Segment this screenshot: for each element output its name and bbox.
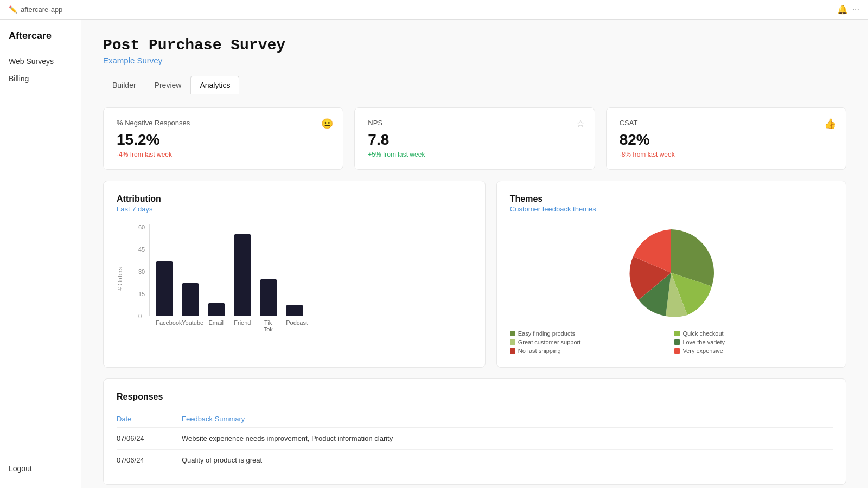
legend-quick-checkout: Quick checkout <box>674 330 833 337</box>
y-tick: 15 <box>138 291 145 297</box>
tab-analytics[interactable]: Analytics <box>190 76 239 94</box>
bell-icon[interactable]: 🔔 <box>837 4 848 15</box>
tabs-container: Builder Preview Analytics <box>103 76 846 94</box>
topbar-icons: 🔔 ··· <box>837 4 859 15</box>
main-content: Post Purchase Survey Example Survey Buil… <box>81 20 868 488</box>
themes-legend: Easy finding products Quick checkout Gre… <box>510 330 833 354</box>
legend-dot <box>510 331 515 336</box>
legend-label: Great customer support <box>518 339 581 345</box>
legend-dot <box>510 348 515 354</box>
x-label-tiktok: Tik Tok <box>260 319 276 332</box>
metric-negative-responses: % Negative Responses 15.2% -4% from last… <box>103 107 343 170</box>
legend-label: Love the variety <box>682 339 725 345</box>
sidebar-item-billing[interactable]: Billing <box>9 74 72 83</box>
metric-label: CSAT <box>620 119 833 127</box>
metrics-row: % Negative Responses 15.2% -4% from last… <box>103 107 846 170</box>
legend-no-fast-shipping: No fast shipping <box>510 348 668 354</box>
bar-group-youtube <box>182 283 199 316</box>
y-axis-title: # Orders <box>117 267 123 291</box>
app-title: aftercare-app <box>21 5 62 14</box>
tab-preview[interactable]: Preview <box>145 76 191 94</box>
col-date: Date <box>117 410 182 428</box>
col-feedback: Feedback Summary <box>182 410 833 428</box>
metric-change: +5% from last week <box>368 151 581 158</box>
bar-group-friend <box>234 234 251 316</box>
table-row: 07/06/24 Website experience needs improv… <box>117 428 833 450</box>
x-label-youtube: Youtube <box>182 319 198 332</box>
metric-csat: CSAT 82% -8% from last week 👍 <box>606 107 846 170</box>
legend-label: Very expensive <box>682 348 723 354</box>
topbar-title: ✏️ aftercare-app <box>9 5 62 14</box>
bar-youtube <box>182 283 199 316</box>
pie-chart <box>622 224 720 322</box>
sidebar-nav: Web Surveys Billing <box>9 57 72 464</box>
x-labels: Facebook Youtube Email Friend Tik Tok Po… <box>149 319 472 332</box>
metric-change: -4% from last week <box>117 151 330 158</box>
bar-email <box>208 303 225 316</box>
responses-title: Responses <box>117 392 833 402</box>
logout-button[interactable]: Logout <box>9 464 72 477</box>
sidebar: Aftercare Web Surveys Billing Logout <box>0 20 81 488</box>
y-tick: 60 <box>138 224 145 230</box>
metric-value: 7.8 <box>368 131 581 149</box>
metric-label: NPS <box>368 119 581 127</box>
themes-title: Themes <box>510 194 833 204</box>
bar-podcast <box>286 305 303 316</box>
bars-area-wrapper: Facebook Youtube Email Friend Tik Tok Po… <box>149 224 472 332</box>
topbar: ✏️ aftercare-app 🔔 ··· <box>0 0 868 20</box>
tab-builder[interactable]: Builder <box>103 76 145 94</box>
legend-very-expensive: Very expensive <box>674 348 833 354</box>
charts-row: Attribution Last 7 days # Orders 60 45 3… <box>103 181 846 368</box>
x-label-friend: Friend <box>234 319 250 332</box>
more-icon[interactable]: ··· <box>852 5 859 15</box>
legend-label: No fast shipping <box>518 348 561 354</box>
legend-love-variety: Love the variety <box>674 339 833 345</box>
bars-area <box>149 224 472 316</box>
app-icon: ✏️ <box>9 5 17 14</box>
response-summary: Quality of product is great <box>182 450 833 471</box>
y-axis: 60 45 30 15 0 <box>138 224 145 332</box>
attribution-card: Attribution Last 7 days # Orders 60 45 3… <box>103 181 486 368</box>
x-label-facebook: Facebook <box>156 319 172 332</box>
legend-dot <box>674 331 680 336</box>
metric-nps: NPS 7.8 +5% from last week ☆ <box>354 107 595 170</box>
app-body: Aftercare Web Surveys Billing Logout Pos… <box>0 20 868 488</box>
legend-label: Quick checkout <box>682 330 723 337</box>
response-summary: Website experience needs improvement, Pr… <box>182 428 833 450</box>
legend-label: Easy finding products <box>518 330 575 337</box>
sidebar-item-web-surveys[interactable]: Web Surveys <box>9 57 72 66</box>
metric-icon-star: ☆ <box>576 118 585 130</box>
metric-icon-thumbsup: 👍 <box>824 118 836 130</box>
response-date: 07/06/24 <box>117 450 182 471</box>
metric-label: % Negative Responses <box>117 119 330 127</box>
bar-chart: 60 45 30 15 0 <box>138 224 472 332</box>
attribution-subtitle: Last 7 days <box>117 205 472 213</box>
x-label-podcast: Podcast <box>286 319 302 332</box>
attribution-title: Attribution <box>117 194 472 204</box>
y-tick: 30 <box>138 268 145 275</box>
themes-subtitle: Customer feedback themes <box>510 205 833 213</box>
bar-group-facebook <box>156 261 173 316</box>
legend-dot <box>674 348 680 354</box>
metric-value: 82% <box>620 131 833 149</box>
pie-chart-container <box>510 224 833 322</box>
x-label-email: Email <box>208 319 224 332</box>
responses-table: Date Feedback Summary 07/06/24 Website e… <box>117 410 833 471</box>
legend-great-support: Great customer support <box>510 339 668 345</box>
bar-friend <box>234 234 251 316</box>
bar-chart-wrapper: # Orders 60 45 30 15 0 <box>117 224 472 332</box>
sidebar-brand: Aftercare <box>9 30 72 42</box>
bar-tiktok <box>260 279 277 316</box>
response-date: 07/06/24 <box>117 428 182 450</box>
bar-group-tiktok <box>260 279 277 316</box>
bar-facebook <box>156 261 173 316</box>
page-subtitle: Example Survey <box>103 56 846 65</box>
metric-change: -8% from last week <box>620 151 833 158</box>
metric-icon-sad: 😐 <box>321 118 333 130</box>
legend-dot <box>674 339 680 345</box>
bar-group-podcast <box>286 305 303 316</box>
legend-easy-finding: Easy finding products <box>510 330 668 337</box>
y-tick: 45 <box>138 246 145 253</box>
legend-dot <box>510 339 515 345</box>
page-title: Post Purchase Survey <box>103 37 846 54</box>
